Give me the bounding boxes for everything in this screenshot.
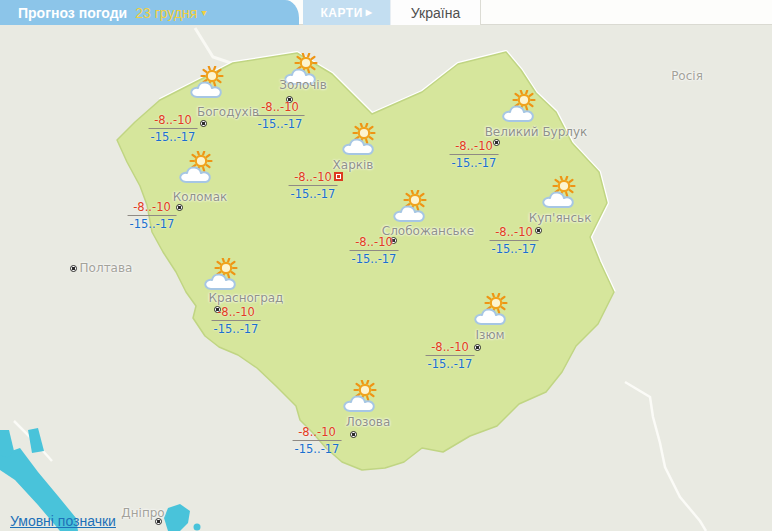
temperature-block[interactable]: -8..-10 -15..-17 bbox=[289, 171, 338, 201]
sun-behind-cloud-icon[interactable] bbox=[540, 176, 580, 210]
city-label[interactable]: Коломак bbox=[173, 190, 228, 204]
temp-night[interactable]: -15..-17 bbox=[450, 155, 499, 170]
temperature-block[interactable]: -8..-10 -15..-17 bbox=[490, 226, 539, 256]
temp-night[interactable]: -15..-17 bbox=[212, 321, 261, 336]
sun-behind-cloud-icon[interactable] bbox=[202, 258, 242, 292]
place-label: Полтава bbox=[80, 261, 133, 275]
sun-core bbox=[301, 58, 311, 68]
temperature-block[interactable]: -8..-10 -15..-17 bbox=[212, 306, 261, 336]
weather-forecast-screen: Прогноз погоди 23 грудня ▾ КАРТИ ▶ Украї… bbox=[0, 0, 772, 531]
city-label[interactable]: Золочів bbox=[279, 78, 327, 92]
river-branch-shape bbox=[28, 428, 44, 453]
sun-behind-cloud-icon[interactable] bbox=[500, 90, 540, 124]
city-marker[interactable] bbox=[200, 120, 207, 127]
city-marker[interactable] bbox=[350, 431, 357, 438]
header-bar: Прогноз погоди 23 грудня ▾ bbox=[0, 0, 299, 25]
temp-night[interactable]: -15..-17 bbox=[256, 116, 305, 131]
cloud-icon bbox=[503, 106, 533, 121]
sun-core bbox=[519, 95, 529, 105]
city-label[interactable]: Куп'янськ bbox=[529, 211, 592, 225]
sun-core bbox=[410, 195, 420, 205]
header: Прогноз погоди 23 грудня ▾ КАРТИ ▶ Украї… bbox=[0, 0, 772, 25]
tab-ukraine[interactable]: Україна bbox=[390, 0, 481, 25]
cloud-icon bbox=[394, 206, 424, 221]
lake-shape bbox=[164, 504, 190, 531]
temp-night[interactable]: -15..-17 bbox=[490, 241, 539, 256]
sun-behind-cloud-icon[interactable] bbox=[177, 151, 217, 185]
place-label: Дніпро bbox=[121, 506, 164, 520]
sun-behind-cloud-icon[interactable] bbox=[391, 190, 431, 224]
place-label: Росія bbox=[671, 69, 703, 83]
map-canvas[interactable]: Богодухів -8..-10 -15..-17 Золо bbox=[0, 25, 772, 531]
temp-night[interactable]: -15..-17 bbox=[128, 216, 177, 231]
sun-core bbox=[207, 71, 217, 81]
city-label[interactable]: Ізюм bbox=[475, 328, 504, 342]
chevron-down-icon: ▾ bbox=[201, 7, 206, 18]
page-title: Прогноз погоди bbox=[18, 5, 127, 21]
city-label[interactable]: Богодухів bbox=[197, 105, 259, 119]
legend-link[interactable]: Умовні позначки bbox=[10, 513, 116, 529]
temperature-block[interactable]: -8..-10 -15..-17 bbox=[293, 426, 342, 456]
tab-maps-label: КАРТИ bbox=[321, 6, 363, 20]
sun-behind-cloud-icon[interactable] bbox=[188, 66, 228, 100]
cloud-icon bbox=[343, 139, 373, 154]
temperature-block[interactable]: -8..-10 -15..-17 bbox=[350, 236, 399, 266]
temp-day[interactable]: -8..-10 bbox=[350, 236, 399, 250]
temp-day[interactable]: -8..-10 bbox=[293, 426, 342, 440]
cloud-icon bbox=[180, 167, 210, 182]
cloud-icon bbox=[191, 82, 221, 97]
temp-day[interactable]: -8..-10 bbox=[128, 201, 177, 215]
temp-day[interactable]: -8..-10 bbox=[490, 226, 539, 240]
tab-maps[interactable]: КАРТИ ▶ bbox=[303, 0, 390, 25]
sun-core bbox=[196, 156, 206, 166]
temperature-block[interactable]: -8..-10 -15..-17 bbox=[256, 101, 305, 131]
city-label[interactable]: Красноград bbox=[209, 291, 284, 305]
temp-day[interactable]: -8..-10 bbox=[450, 140, 499, 154]
cloud-icon bbox=[205, 274, 235, 289]
city-marker[interactable] bbox=[474, 344, 481, 351]
sun-behind-cloud-icon[interactable] bbox=[472, 293, 512, 327]
sun-core bbox=[491, 298, 501, 308]
temperature-block[interactable]: -8..-10 -15..-17 bbox=[128, 201, 177, 231]
sun-behind-cloud-icon[interactable] bbox=[341, 380, 381, 414]
sun-core bbox=[221, 263, 231, 273]
cloud-icon bbox=[344, 396, 374, 411]
arrow-right-icon: ▶ bbox=[366, 8, 373, 17]
temp-night[interactable]: -15..-17 bbox=[149, 129, 198, 144]
pond-shape bbox=[194, 524, 201, 531]
temperature-block[interactable]: -8..-10 -15..-17 bbox=[149, 114, 198, 144]
city-label[interactable]: Лозова bbox=[346, 415, 391, 429]
temp-night[interactable]: -15..-17 bbox=[289, 186, 338, 201]
temperature-block[interactable]: -8..-10 -15..-17 bbox=[450, 140, 499, 170]
temp-night[interactable]: -15..-17 bbox=[293, 441, 342, 456]
temp-night[interactable]: -15..-17 bbox=[350, 251, 399, 266]
city-marker bbox=[70, 265, 77, 272]
sun-core bbox=[359, 128, 369, 138]
temp-day[interactable]: -8..-10 bbox=[426, 341, 475, 355]
city-label[interactable]: Великий Бурлук bbox=[485, 125, 588, 139]
cloud-icon bbox=[543, 192, 573, 207]
temperature-block[interactable]: -8..-10 -15..-17 bbox=[426, 341, 475, 371]
date-dropdown[interactable]: 23 грудня ▾ bbox=[135, 5, 206, 21]
temp-day[interactable]: -8..-10 bbox=[149, 114, 198, 128]
map-base-layer bbox=[0, 25, 772, 531]
temp-day[interactable]: -8..-10 bbox=[289, 171, 338, 185]
date-label: 23 грудня bbox=[135, 5, 197, 21]
sun-core bbox=[360, 385, 370, 395]
temp-night[interactable]: -15..-17 bbox=[426, 356, 475, 371]
city-label[interactable]: Харків bbox=[333, 158, 374, 172]
cloud-icon bbox=[475, 309, 505, 324]
temp-day[interactable]: -8..-10 bbox=[256, 101, 305, 115]
sun-behind-cloud-icon[interactable] bbox=[340, 123, 380, 157]
oblast-border-line-se bbox=[625, 382, 706, 531]
temp-day[interactable]: -8..-10 bbox=[212, 306, 261, 320]
city-marker[interactable] bbox=[176, 204, 183, 211]
sun-core bbox=[559, 181, 569, 191]
